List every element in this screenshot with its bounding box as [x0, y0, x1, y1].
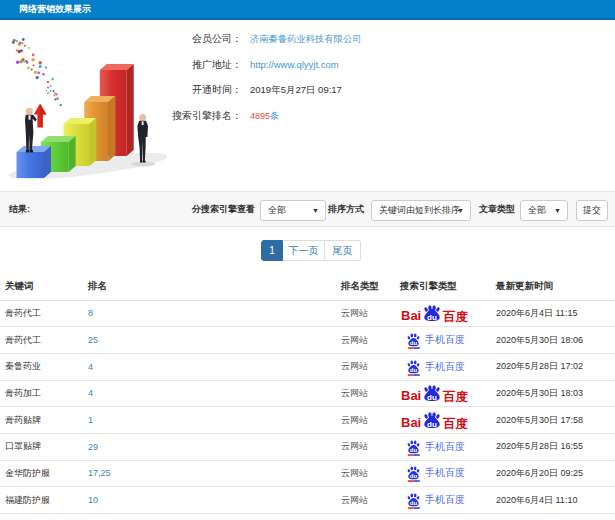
svg-text:百度: 百度: [442, 310, 468, 324]
svg-text:du: du: [427, 313, 437, 322]
svg-text:du: du: [410, 447, 418, 453]
svg-text:Bai: Bai: [401, 308, 421, 323]
svg-text:百度: 百度: [442, 417, 468, 431]
svg-text:Bai: Bai: [401, 415, 421, 430]
svg-text:百度: 百度: [442, 390, 468, 404]
svg-text:Bai: Bai: [401, 388, 421, 403]
svg-text:du: du: [427, 393, 437, 402]
svg-text:du: du: [410, 500, 418, 506]
svg-text:du: du: [410, 340, 418, 346]
svg-text:du: du: [410, 367, 418, 373]
svg-text:du: du: [410, 473, 418, 479]
svg-text:du: du: [427, 420, 437, 429]
